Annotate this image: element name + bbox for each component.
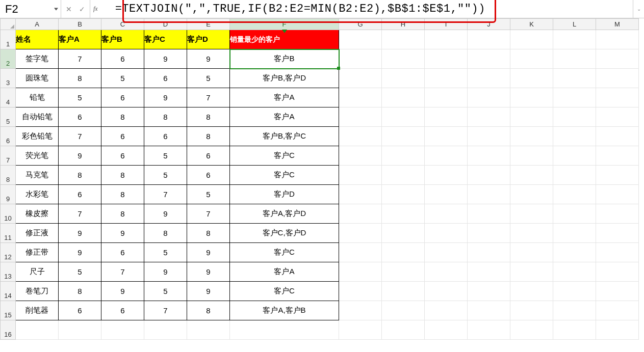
- data-cell[interactable]: 自动铅笔: [16, 107, 59, 127]
- empty-cell[interactable]: [596, 282, 639, 301]
- fx-label[interactable]: fx: [90, 0, 101, 18]
- column-header[interactable]: A: [16, 19, 59, 30]
- row-header[interactable]: 6: [1, 127, 16, 146]
- empty-cell[interactable]: [425, 166, 468, 185]
- empty-cell[interactable]: [553, 262, 596, 282]
- empty-cell[interactable]: [230, 320, 339, 340]
- data-cell[interactable]: 6: [101, 49, 144, 69]
- empty-cell[interactable]: [339, 107, 382, 127]
- empty-cell[interactable]: [382, 49, 425, 69]
- data-cell[interactable]: 客户A: [230, 262, 339, 282]
- empty-cell[interactable]: [468, 204, 510, 224]
- empty-cell[interactable]: [510, 69, 553, 88]
- empty-cell[interactable]: [553, 301, 596, 320]
- empty-cell[interactable]: [596, 88, 639, 107]
- empty-cell[interactable]: [468, 185, 510, 204]
- expand-formula-bar-button[interactable]: ⌄: [633, 0, 644, 18]
- data-cell[interactable]: 9: [144, 49, 187, 69]
- empty-cell[interactable]: [553, 30, 596, 49]
- data-cell[interactable]: 客户A: [230, 88, 339, 107]
- data-cell[interactable]: 8: [59, 282, 101, 301]
- empty-cell[interactable]: [425, 30, 468, 49]
- data-cell[interactable]: 7: [59, 49, 101, 69]
- empty-cell[interactable]: [553, 224, 596, 243]
- data-cell[interactable]: 8: [101, 107, 144, 127]
- data-cell[interactable]: 9: [144, 88, 187, 107]
- data-cell[interactable]: 荧光笔: [16, 146, 59, 166]
- empty-cell[interactable]: [553, 49, 596, 69]
- column-header[interactable]: E: [187, 19, 230, 30]
- row-header[interactable]: 13: [1, 262, 16, 282]
- empty-cell[interactable]: [553, 107, 596, 127]
- data-cell[interactable]: 客户D: [230, 185, 339, 204]
- column-header[interactable]: I: [425, 19, 468, 30]
- empty-cell[interactable]: [101, 320, 144, 340]
- empty-cell[interactable]: [339, 204, 382, 224]
- empty-cell[interactable]: [187, 320, 230, 340]
- row-header[interactable]: 3: [1, 69, 16, 88]
- column-header[interactable]: G: [339, 19, 382, 30]
- empty-cell[interactable]: [382, 204, 425, 224]
- data-cell[interactable]: 9: [187, 262, 230, 282]
- name-box-dropdown-icon[interactable]: [54, 8, 58, 10]
- formula-input[interactable]: =TEXTJOIN(",",TRUE,IF(B2:E2=MIN(B2:E2),$…: [101, 0, 633, 18]
- empty-cell[interactable]: [59, 320, 101, 340]
- empty-cell[interactable]: [468, 224, 510, 243]
- data-cell[interactable]: 水彩笔: [16, 185, 59, 204]
- data-cell[interactable]: 7: [101, 262, 144, 282]
- data-cell[interactable]: 5: [144, 282, 187, 301]
- empty-cell[interactable]: [553, 185, 596, 204]
- data-cell[interactable]: 8: [101, 185, 144, 204]
- row-header[interactable]: 8: [1, 166, 16, 185]
- empty-cell[interactable]: [425, 127, 468, 146]
- empty-cell[interactable]: [425, 282, 468, 301]
- empty-cell[interactable]: [510, 127, 553, 146]
- empty-cell[interactable]: [425, 262, 468, 282]
- data-cell[interactable]: 9: [187, 243, 230, 262]
- empty-cell[interactable]: [553, 166, 596, 185]
- row-header[interactable]: 5: [1, 107, 16, 127]
- column-header[interactable]: C: [101, 19, 144, 30]
- empty-cell[interactable]: [596, 107, 639, 127]
- empty-cell[interactable]: [596, 224, 639, 243]
- data-cell[interactable]: 客户B,客户C: [230, 127, 339, 146]
- empty-cell[interactable]: [596, 166, 639, 185]
- empty-cell[interactable]: [425, 88, 468, 107]
- data-cell[interactable]: 客户C: [230, 166, 339, 185]
- empty-cell[interactable]: [468, 88, 510, 107]
- empty-cell[interactable]: [339, 146, 382, 166]
- empty-cell[interactable]: [339, 243, 382, 262]
- data-cell[interactable]: 6: [101, 243, 144, 262]
- data-cell[interactable]: 5: [187, 185, 230, 204]
- empty-cell[interactable]: [553, 69, 596, 88]
- empty-cell[interactable]: [382, 127, 425, 146]
- empty-cell[interactable]: [382, 320, 425, 340]
- data-cell[interactable]: 8: [187, 301, 230, 320]
- data-cell[interactable]: 6: [187, 166, 230, 185]
- data-cell[interactable]: 6: [101, 127, 144, 146]
- column-header[interactable]: M: [596, 19, 639, 30]
- empty-cell[interactable]: [596, 146, 639, 166]
- column-header[interactable]: L: [553, 19, 596, 30]
- header-cell[interactable]: 客户D: [187, 30, 230, 49]
- empty-cell[interactable]: [510, 204, 553, 224]
- data-cell[interactable]: 5: [144, 166, 187, 185]
- empty-cell[interactable]: [382, 107, 425, 127]
- empty-cell[interactable]: [339, 30, 382, 49]
- selected-cell[interactable]: 客户B: [230, 49, 339, 69]
- empty-cell[interactable]: [339, 127, 382, 146]
- data-cell[interactable]: 7: [59, 127, 101, 146]
- row-header[interactable]: 7: [1, 146, 16, 166]
- empty-cell[interactable]: [596, 243, 639, 262]
- data-cell[interactable]: 9: [59, 224, 101, 243]
- empty-cell[interactable]: [382, 166, 425, 185]
- empty-cell[interactable]: [468, 262, 510, 282]
- data-cell[interactable]: 客户B,客户D: [230, 69, 339, 88]
- confirm-formula-button[interactable]: ✓: [78, 5, 87, 13]
- data-cell[interactable]: 7: [187, 88, 230, 107]
- empty-cell[interactable]: [468, 127, 510, 146]
- data-cell[interactable]: 8: [101, 166, 144, 185]
- empty-cell[interactable]: [553, 243, 596, 262]
- data-cell[interactable]: 8: [187, 107, 230, 127]
- data-cell[interactable]: 客户A,客户D: [230, 204, 339, 224]
